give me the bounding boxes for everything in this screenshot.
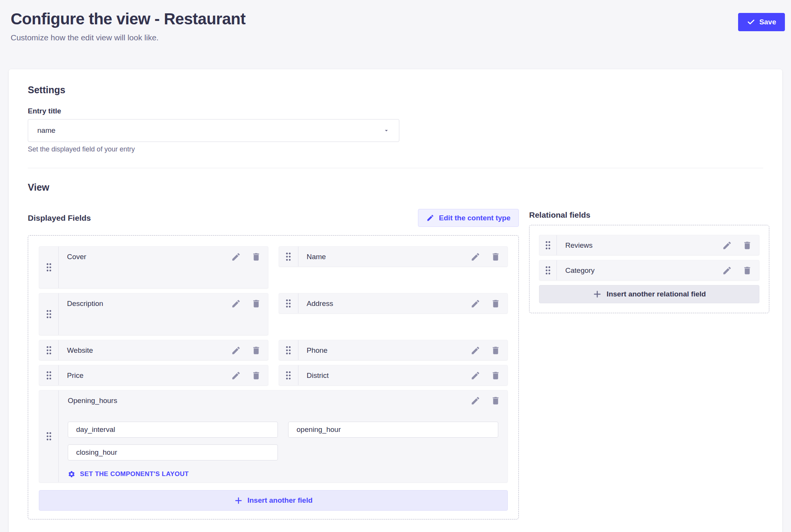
delete-field-button[interactable] — [251, 252, 261, 262]
drag-handle-icon — [46, 263, 52, 272]
field-card-district: District — [279, 365, 508, 385]
edit-field-button[interactable] — [231, 346, 241, 355]
edit-field-button[interactable] — [231, 252, 241, 262]
drag-handle-icon — [285, 299, 291, 308]
drag-handle[interactable] — [539, 260, 557, 280]
relational-card-category: Category — [539, 260, 759, 280]
trash-icon — [742, 241, 752, 250]
delete-field-button[interactable] — [742, 266, 752, 276]
trash-icon — [491, 346, 501, 355]
pencil-icon — [470, 252, 480, 262]
edit-field-button[interactable] — [231, 371, 241, 381]
field-label: Price — [67, 371, 231, 380]
edit-field-button[interactable] — [470, 371, 480, 381]
check-icon — [747, 18, 755, 26]
drag-handle[interactable] — [539, 235, 557, 255]
field-label: Address — [307, 299, 471, 308]
component-fields: day_interval opening_hour closing_hour — [59, 411, 507, 460]
edit-content-type-label: Edit the content type — [439, 214, 510, 222]
edit-field-button[interactable] — [470, 299, 480, 309]
edit-field-button[interactable] — [722, 266, 732, 276]
drag-handle-icon — [285, 371, 291, 380]
drag-handle[interactable] — [279, 247, 298, 266]
save-button[interactable]: Save — [738, 13, 785, 31]
delete-field-button[interactable] — [251, 371, 261, 381]
displayed-fields-label: Displayed Fields — [28, 213, 91, 223]
drag-handle[interactable] — [279, 340, 298, 360]
plus-icon — [593, 290, 602, 299]
pencil-icon — [470, 299, 480, 309]
component-field-day-interval[interactable]: day_interval — [68, 422, 278, 438]
delete-field-button[interactable] — [491, 252, 501, 262]
drag-handle[interactable] — [39, 390, 59, 482]
pencil-icon — [722, 241, 732, 250]
configure-view-page: Configure the view - Restaurant Customiz… — [0, 0, 791, 532]
save-button-label: Save — [759, 18, 776, 26]
relational-field-label: Category — [565, 266, 722, 275]
edit-content-type-button[interactable]: Edit the content type — [418, 209, 519, 227]
field-card-website: Website — [39, 340, 268, 360]
field-label: Description — [67, 299, 231, 308]
trash-icon — [491, 371, 501, 381]
edit-field-button[interactable] — [470, 346, 480, 355]
pencil-icon — [426, 214, 434, 222]
edit-field-button[interactable] — [470, 396, 480, 406]
drag-handle-icon — [285, 252, 291, 261]
set-component-layout-link[interactable]: SET THE COMPONENT'S LAYOUT — [68, 470, 507, 478]
edit-field-button[interactable] — [722, 241, 732, 250]
delete-field-button[interactable] — [491, 346, 501, 355]
delete-field-button[interactable] — [491, 371, 501, 381]
entry-title-hint: Set the displayed field of your entry — [28, 145, 763, 153]
insert-another-relational-field-button[interactable]: Insert another relational field — [539, 285, 759, 303]
insert-another-relational-field-label: Insert another relational field — [607, 290, 706, 298]
trash-icon — [742, 266, 752, 276]
insert-another-field-button[interactable]: Insert another field — [39, 490, 508, 511]
gear-icon — [68, 470, 75, 478]
field-card-phone: Phone — [279, 340, 508, 360]
delete-field-button[interactable] — [251, 299, 261, 309]
pencil-icon — [470, 371, 480, 381]
field-card-name: Name — [279, 246, 508, 267]
entry-title-select[interactable]: name — [28, 119, 399, 142]
edit-field-button[interactable] — [470, 252, 480, 262]
trash-icon — [491, 252, 501, 262]
field-label: Website — [67, 346, 231, 355]
settings-heading: Settings — [28, 84, 763, 96]
pencil-icon — [722, 266, 732, 276]
delete-field-button[interactable] — [491, 396, 501, 406]
drag-handle[interactable] — [39, 293, 59, 335]
drag-handle-icon — [46, 432, 52, 441]
displayed-fields-header: Displayed Fields Edit the content type — [28, 209, 519, 227]
trash-icon — [251, 252, 261, 262]
trash-icon — [491, 396, 501, 406]
field-card-description: Description — [39, 293, 268, 335]
field-label: Name — [307, 253, 471, 261]
drag-handle-icon — [46, 371, 52, 380]
drag-handle[interactable] — [39, 365, 59, 385]
entry-title-select-value: name — [37, 126, 56, 135]
drag-handle[interactable] — [279, 365, 298, 385]
drag-handle-icon — [46, 346, 52, 355]
edit-field-button[interactable] — [231, 299, 241, 309]
page-subtitle: Customize how the edit view will look li… — [11, 32, 246, 43]
pencil-icon — [231, 371, 241, 381]
delete-field-button[interactable] — [742, 241, 752, 250]
displayed-fields-grid: Cover — [39, 246, 508, 511]
drag-handle[interactable] — [279, 293, 298, 313]
page-header: Configure the view - Restaurant Customiz… — [0, 0, 791, 43]
insert-another-field-label: Insert another field — [247, 496, 313, 505]
field-label: Cover — [67, 253, 231, 261]
set-component-layout-label: SET THE COMPONENT'S LAYOUT — [80, 470, 189, 478]
pencil-icon — [231, 299, 241, 309]
component-label: Opening_hours — [68, 397, 470, 405]
page-header-text: Configure the view - Restaurant Customiz… — [11, 10, 246, 43]
delete-field-button[interactable] — [251, 346, 261, 355]
section-divider — [28, 168, 763, 168]
delete-field-button[interactable] — [491, 299, 501, 309]
drag-handle[interactable] — [39, 340, 59, 360]
component-field-opening-hour[interactable]: opening_hour — [288, 422, 498, 438]
drag-handle[interactable] — [39, 247, 59, 288]
relational-field-label: Reviews — [565, 241, 722, 250]
component-field-closing-hour[interactable]: closing_hour — [68, 444, 278, 460]
trash-icon — [491, 299, 501, 309]
